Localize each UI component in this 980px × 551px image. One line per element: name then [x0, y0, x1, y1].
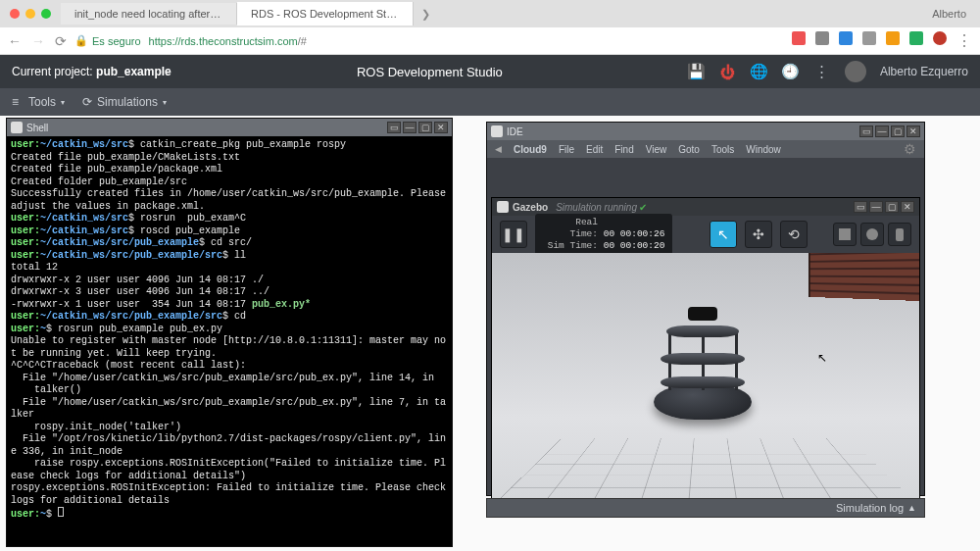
ide-menu-file[interactable]: File [559, 144, 574, 155]
ext-icon[interactable] [815, 31, 829, 45]
ide-menu-window[interactable]: Window [746, 144, 781, 155]
chevron-down-icon: ▾ [163, 98, 167, 107]
panel-title: Gazebo [513, 202, 548, 213]
ext-icon[interactable] [862, 31, 876, 45]
panel-title: IDE [507, 126, 523, 137]
realtime-value: 00 00:00:26 [604, 228, 665, 239]
tool-bar: Tools ▾ ⟳ Simulations ▾ [0, 88, 980, 116]
insert-sphere-button[interactable] [860, 223, 884, 246]
project-label: Current project: pub_example [12, 65, 172, 78]
chevron-left-icon[interactable]: ◀ [495, 144, 502, 154]
brick-wall [808, 253, 919, 302]
ide-titlebar[interactable]: IDE ▭ — ▢ ✕ [487, 123, 924, 140]
panel-close-button[interactable]: ✕ [906, 125, 920, 137]
ide-body: Gazebo Simulation running ✔ ▭ — ▢ ✕ ❚❚ R… [487, 158, 924, 495]
url-field[interactable]: https://rds.theconstructsim.com/# [149, 35, 307, 47]
forward-icon: → [31, 33, 45, 49]
terminal-icon [11, 122, 23, 133]
address-bar: ← → ⟳ 🔒 Es seguro https://rds.theconstru… [0, 27, 980, 55]
simulation-log-bar[interactable]: Simulation log ▲ [486, 498, 925, 518]
panel-maximize-button[interactable]: ▢ [418, 122, 432, 133]
lock-icon: 🔒 [74, 34, 88, 47]
close-window-icon[interactable] [10, 9, 20, 19]
gear-icon[interactable]: ⚙ [904, 141, 916, 157]
menu-icon[interactable]: ⋮ [956, 31, 972, 50]
hamburger-icon [12, 95, 24, 109]
menu-icon[interactable]: ⋮ [813, 63, 831, 80]
insert-cube-button[interactable] [833, 223, 857, 246]
maximize-window-icon[interactable] [41, 9, 51, 19]
panel-newtab-button[interactable]: ▭ [387, 122, 401, 133]
panel-newtab-button[interactable]: ▭ [854, 201, 867, 213]
turtlebot-robot [649, 307, 757, 420]
shell-titlebar[interactable]: Shell ▭ — ▢ ✕ [7, 119, 452, 136]
ide-menu-view[interactable]: View [646, 144, 667, 155]
panel-close-button[interactable]: ✕ [901, 201, 914, 213]
ext-icon[interactable] [909, 31, 923, 45]
avatar[interactable] [845, 61, 866, 82]
ext-icon[interactable] [792, 31, 806, 45]
page-title: ROS Development Studio [172, 65, 688, 79]
project-name: pub_example [96, 65, 172, 78]
new-tab-button[interactable]: ❯ [414, 8, 438, 21]
select-tool-button[interactable]: ↖ [710, 221, 737, 248]
ide-menu-edit[interactable]: Edit [586, 144, 603, 155]
ext-icon[interactable] [886, 31, 900, 45]
gazebo-3d-view[interactable]: ↖ [492, 253, 919, 506]
save-icon[interactable]: 💾 [688, 63, 706, 80]
extension-icons: ⋮ [792, 31, 972, 50]
gazebo-panel: Gazebo Simulation running ✔ ▭ — ▢ ✕ ❚❚ R… [491, 197, 920, 507]
reload-icon[interactable]: ⟳ [55, 33, 67, 49]
panel-title: Shell [26, 123, 48, 133]
move-tool-button[interactable]: ✣ [745, 221, 772, 248]
panel-close-button[interactable]: ✕ [434, 122, 448, 133]
ide-menubar: ◀ Cloud9 File Edit Find View Goto Tools … [487, 140, 924, 158]
globe-icon[interactable]: 🌐 [751, 63, 768, 80]
workspace: Shell ▭ — ▢ ✕ user:~/catkin_ws/src$ catk… [0, 116, 980, 551]
ext-icon[interactable] [839, 31, 853, 45]
panel-minimize-button[interactable]: — [869, 201, 883, 213]
simulations-menu[interactable]: ⟳ Simulations ▾ [82, 95, 167, 109]
panel-maximize-button[interactable]: ▢ [891, 125, 905, 137]
chevron-down-icon: ▾ [61, 98, 65, 107]
reload-icon: ⟳ [82, 95, 92, 109]
profile-name[interactable]: Alberto [932, 8, 980, 20]
pause-button[interactable]: ❚❚ [500, 221, 527, 248]
chevron-up-icon: ▲ [907, 503, 916, 513]
simulation-status: Simulation running [556, 202, 637, 213]
window-traffic-lights [0, 9, 61, 19]
shell-panel: Shell ▭ — ▢ ✕ user:~/catkin_ws/src$ catk… [6, 118, 453, 547]
browser-tab-strip: init_node need locating after P... RDS -… [0, 0, 980, 27]
gazebo-toolbar: ❚❚ Real Time: 00 00:00:26 Sim Time: 00 0… [492, 216, 919, 253]
panel-minimize-button[interactable]: — [403, 122, 416, 133]
insert-cylinder-button[interactable] [888, 223, 911, 246]
ext-icon[interactable] [933, 31, 947, 45]
time-display: Real Time: 00 00:00:26 Sim Time: 00 00:0… [535, 214, 672, 255]
cursor-icon: ↖ [817, 351, 827, 365]
ide-panel: IDE ▭ — ▢ ✕ ◀ Cloud9 File Edit Find View… [486, 122, 925, 496]
ide-menu-goto[interactable]: Goto [678, 144, 700, 155]
ide-menu-find[interactable]: Find [614, 144, 633, 155]
rotate-tool-button[interactable]: ⟲ [780, 221, 808, 248]
terminal-output[interactable]: user:~/catkin_ws/src$ catkin_create_pkg … [7, 136, 452, 546]
panel-newtab-button[interactable]: ▭ [859, 125, 873, 137]
tab-label: init_node need locating after P... [74, 8, 227, 20]
ide-menu-tools[interactable]: Tools [711, 144, 734, 155]
minimize-window-icon[interactable] [25, 9, 35, 19]
clock-icon[interactable]: 🕘 [782, 63, 800, 80]
browser-tab-2[interactable]: RDS - ROS Development Studio × [237, 2, 414, 25]
panel-maximize-button[interactable]: ▢ [885, 201, 899, 213]
user-name[interactable]: Alberto Ezquerro [880, 65, 968, 78]
ide-icon [491, 125, 503, 137]
cloud9-label[interactable]: Cloud9 [514, 144, 547, 155]
browser-tab-1[interactable]: init_node need locating after P... [61, 3, 237, 25]
check-icon: ✔ [639, 202, 647, 213]
app-header: Current project: pub_example ROS Develop… [0, 55, 980, 88]
back-icon[interactable]: ← [8, 33, 22, 49]
simtime-value: 00 00:00:20 [604, 240, 665, 251]
panel-minimize-button[interactable]: — [875, 125, 889, 137]
floor-grid [492, 438, 919, 506]
tab-label: RDS - ROS Development Studio [251, 8, 407, 20]
tools-menu[interactable]: Tools ▾ [12, 95, 65, 109]
power-icon[interactable]: ⏻ [719, 63, 737, 80]
